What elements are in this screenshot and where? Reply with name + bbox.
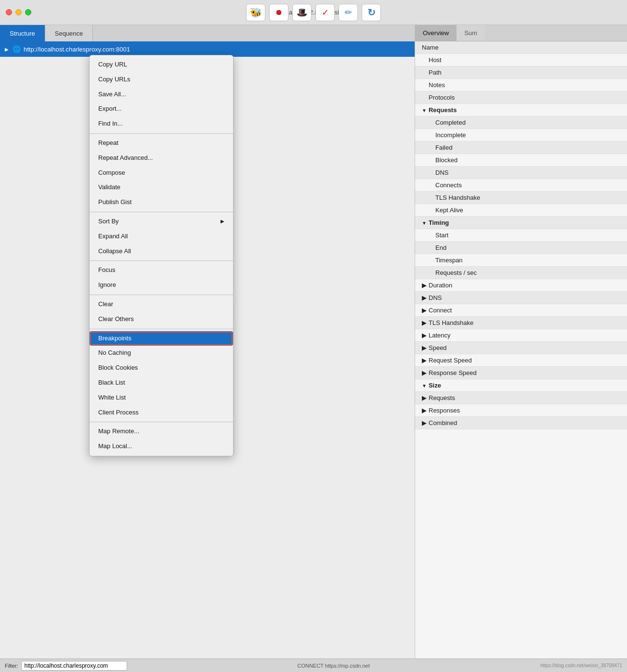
overview-row-tls-requests: TLS Handshake (415, 192, 627, 204)
overview-row-rps: Requests / sec (415, 267, 627, 279)
expand-arrow-requests: ▼ (422, 108, 427, 113)
menu-find-in[interactable]: Find In... (90, 116, 233, 131)
overview-row-timespan: Timespan (415, 254, 627, 267)
menu-map-local[interactable]: Map Local... (90, 439, 233, 454)
collapse-arrow-latency: ▶ (422, 332, 427, 339)
menu-clear[interactable]: Clear (90, 297, 233, 312)
overview-row-tls-handshake[interactable]: ▶TLS Handshake (415, 317, 627, 329)
separator-3 (90, 260, 233, 261)
status-text: CONNECT https://mp.csdn.net (298, 663, 370, 669)
left-panel: Structure Sequence ▶ 🌐 http://localhost.… (0, 25, 415, 659)
overview-row-dns[interactable]: ▶DNS (415, 292, 627, 304)
record-button[interactable]: ⏺ (269, 4, 288, 21)
overview-row-request-speed[interactable]: ▶Request Speed (415, 354, 627, 367)
separator-4 (90, 295, 233, 295)
overview-row-size[interactable]: ▼Size (415, 379, 627, 392)
overview-row-connect[interactable]: ▶Connect (415, 304, 627, 317)
overview-row-response-speed[interactable]: ▶Response Speed (415, 367, 627, 379)
overview-row-requests[interactable]: ▼Requests (415, 104, 627, 116)
menu-validate[interactable]: Validate (90, 180, 233, 195)
overview-row-duration[interactable]: ▶Duration (415, 279, 627, 292)
overview-row-dns-requests: DNS (415, 167, 627, 179)
tab-summary[interactable]: Sum (457, 25, 485, 41)
right-tab-bar: Overview Sum (415, 25, 627, 41)
overview-row-connects: Connects (415, 179, 627, 192)
collapse-arrow-size-combined: ▶ (422, 419, 427, 426)
menu-sort-by[interactable]: Sort By ▶ (90, 214, 233, 229)
menu-collapse-all[interactable]: Collapse All (90, 244, 233, 259)
tab-structure[interactable]: Structure (0, 25, 45, 41)
check-button[interactable]: ✓ (315, 4, 335, 21)
menu-client-process[interactable]: Client Process (90, 405, 233, 420)
menu-black-list[interactable]: Black List (90, 375, 233, 390)
toolbar: 🐝 ⏺ 🎩 ✓ ✏ ↻ (0, 4, 627, 21)
menu-focus[interactable]: Focus (90, 263, 233, 278)
globe-icon: 🌐 (13, 45, 21, 53)
overview-row-size-requests[interactable]: ▶Requests (415, 392, 627, 404)
menu-no-caching[interactable]: No Caching (90, 346, 233, 361)
menu-breakpoints[interactable]: Breakpoints (90, 331, 233, 346)
overview-row-incomplete: Incomplete (415, 129, 627, 142)
edit-button[interactable]: ✏ (339, 4, 358, 21)
tab-overview[interactable]: Overview (415, 25, 457, 41)
menu-ignore[interactable]: Ignore (90, 278, 233, 293)
context-menu: Copy URL Copy URLs Save All... Export...… (89, 55, 234, 456)
menu-export[interactable]: Export... (90, 102, 233, 116)
collapse-arrow-tls: ▶ (422, 319, 427, 326)
menu-compose[interactable]: Compose (90, 166, 233, 181)
collapse-arrow-size-responses: ▶ (422, 407, 427, 414)
collapse-arrow-duration: ▶ (422, 282, 427, 289)
filter-label: Filter: (5, 663, 18, 669)
refresh-button[interactable]: ↻ (362, 4, 381, 21)
overview-row-failed: Failed (415, 142, 627, 154)
menu-copy-urls[interactable]: Copy URLs (90, 72, 233, 87)
hat-button[interactable]: 🎩 (292, 4, 312, 21)
menu-map-remote[interactable]: Map Remote... (90, 424, 233, 439)
separator-6 (90, 422, 233, 422)
submenu-arrow-icon: ▶ (221, 218, 224, 225)
expand-arrow-size: ▼ (422, 383, 427, 388)
collapse-arrow-size-requests: ▶ (422, 394, 427, 401)
overview-row-kept-alive: Kept Alive (415, 204, 627, 217)
right-panel: Overview Sum Name Host Path Notes (415, 25, 627, 659)
expand-arrow-timing: ▼ (422, 220, 427, 226)
main-container: Structure Sequence ▶ 🌐 http://localhost.… (0, 25, 627, 659)
menu-copy-url[interactable]: Copy URL (90, 57, 233, 72)
title-bar: Charles 4.2.8 - Session 🐝 ⏺ 🎩 ✓ ✏ ↻ (0, 0, 627, 25)
menu-expand-all[interactable]: Expand All (90, 229, 233, 244)
separator-2 (90, 212, 233, 212)
overview-row-completed: Completed (415, 116, 627, 129)
menu-publish-gist[interactable]: Publish Gist (90, 195, 233, 210)
row-expand-arrow: ▶ (5, 47, 9, 52)
overview-row-name: Name (415, 41, 627, 54)
status-bar: Filter: CONNECT https://mp.csdn.net http… (0, 659, 627, 672)
menu-repeat-advanced[interactable]: Repeat Advanced... (90, 151, 233, 166)
separator-5 (90, 329, 233, 329)
overview-row-notes: Notes (415, 79, 627, 91)
menu-repeat[interactable]: Repeat (90, 136, 233, 151)
overview-row-latency[interactable]: ▶Latency (415, 329, 627, 342)
menu-save-all[interactable]: Save All... (90, 87, 233, 102)
overview-row-timing[interactable]: ▼Timing (415, 217, 627, 229)
overview-row-path: Path (415, 66, 627, 79)
menu-clear-others[interactable]: Clear Others (90, 312, 233, 327)
filter-section: Filter: (5, 661, 127, 671)
overview-row-start: Start (415, 229, 627, 242)
selected-url: http://localhost.charlesproxy.com:8001 (24, 46, 130, 53)
collapse-arrow-speed: ▶ (422, 344, 427, 351)
separator-1 (90, 133, 233, 134)
menu-white-list[interactable]: White List (90, 390, 233, 405)
overview-row-speed[interactable]: ▶Speed (415, 342, 627, 354)
collapse-arrow-response-speed: ▶ (422, 369, 427, 376)
menu-block-cookies[interactable]: Block Cookies (90, 361, 233, 375)
filter-input[interactable] (21, 661, 127, 671)
tab-bar: Structure Sequence (0, 25, 415, 41)
overview-table: Name Host Path Notes Protocols ▼Requests (415, 41, 627, 659)
overview-row-blocked: Blocked (415, 154, 627, 167)
overview-row-protocols: Protocols (415, 91, 627, 104)
collapse-arrow-dns: ▶ (422, 294, 427, 301)
overview-row-size-responses[interactable]: ▶Responses (415, 404, 627, 417)
overview-row-size-combined[interactable]: ▶Combined (415, 417, 627, 429)
bees-button[interactable]: 🐝 (246, 4, 265, 21)
tab-sequence[interactable]: Sequence (45, 25, 93, 41)
